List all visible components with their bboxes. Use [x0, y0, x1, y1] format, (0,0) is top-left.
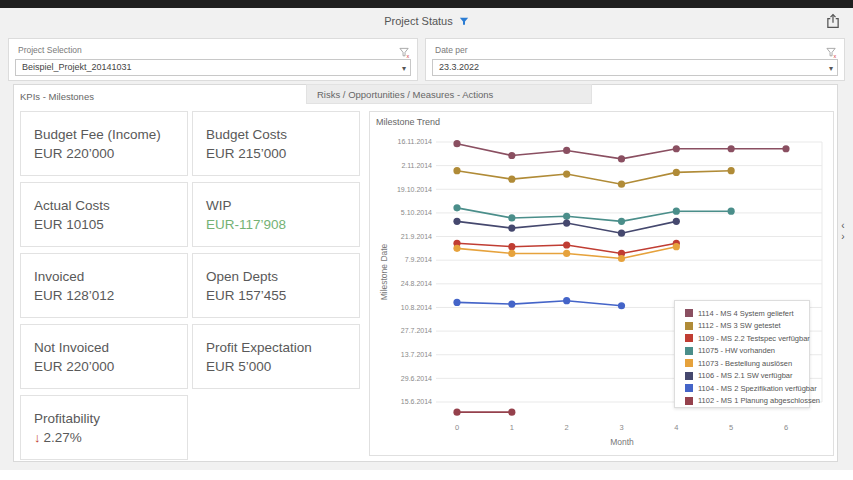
legend-label: 11075 - HW vorhanden: [698, 346, 775, 355]
page-title-row: Project Status: [0, 15, 853, 28]
data-point-11075-hw-vorhanden[interactable]: [508, 214, 515, 221]
y-tick-label: 13.7.2014: [401, 351, 432, 358]
filter-icon[interactable]: [459, 16, 469, 28]
data-point-11075-hw-vorhanden[interactable]: [618, 218, 625, 225]
data-point-1114-ms-4-system-geliefert[interactable]: [673, 145, 680, 152]
data-point-1112-ms-3-sw-getestet[interactable]: [673, 169, 680, 176]
kpi-tile-budget-costs: Budget CostsEUR 215’000: [192, 111, 360, 176]
data-point-1114-ms-4-system-geliefert[interactable]: [563, 147, 570, 154]
legend-item-1102-ms-1-planung-abgeschlossen[interactable]: 1102 - MS 1 Planung abgeschlossen: [685, 395, 809, 408]
data-point-1112-ms-3-sw-getestet[interactable]: [453, 167, 460, 174]
kpi-value: EUR 215’000: [206, 144, 355, 163]
kpi-tile-invoiced: InvoicedEUR 128’012: [20, 253, 188, 318]
kpi-value: EUR 5’000: [206, 357, 355, 376]
kpi-label: WIP: [206, 196, 355, 215]
kpi-label: Budget Fee (Income): [34, 125, 183, 144]
data-point-11073-bestellung-ausl-sen[interactable]: [563, 250, 570, 257]
data-point-1114-ms-4-system-geliefert[interactable]: [508, 152, 515, 159]
date-per-dropdown[interactable]: 23.3.2022 ▾: [432, 59, 838, 76]
data-point-1114-ms-4-system-geliefert[interactable]: [453, 140, 460, 147]
kpi-label: Not Invoiced: [34, 338, 183, 357]
kpi-value: EUR-117’908: [206, 215, 355, 234]
data-point-11075-hw-vorhanden[interactable]: [728, 208, 735, 215]
legend-color-chip: [685, 334, 693, 342]
project-selection-value: Beispiel_Projekt_20141031: [22, 62, 132, 72]
project-selection-dropdown[interactable]: Beispiel_Projekt_20141031 ▾: [15, 59, 411, 76]
kpi-label: Budget Costs: [206, 125, 355, 144]
y-tick-label: 16.11.2014: [397, 138, 432, 145]
legend-item-1106-ms-2-1-sw-verf-gbar[interactable]: 1106 - MS 2.1 SW verfügbar: [685, 370, 809, 383]
chevron-left-icon[interactable]: ‹: [836, 220, 850, 231]
data-point-1106-ms-2-1-sw-verf-gbar[interactable]: [673, 218, 680, 225]
legend-item-1112-ms-3-sw-getestet[interactable]: 1112 - MS 3 SW getestet: [685, 320, 809, 333]
legend-color-chip: [685, 384, 693, 392]
data-point-11075-hw-vorhanden[interactable]: [673, 208, 680, 215]
y-axis-title: Milestone Date: [379, 243, 389, 300]
tab-risks-opportunities[interactable]: Risks / Opportunities / Measures - Actio…: [306, 84, 592, 104]
data-point-1106-ms-2-1-sw-verf-gbar[interactable]: [618, 230, 625, 237]
kpi-label: Actual Costs: [34, 196, 183, 215]
data-point-1109-ms-2-2-testspec-verf-gbar[interactable]: [508, 243, 515, 250]
kpi-tile-profit-expectation: Profit ExpectationEUR 5’000: [192, 324, 360, 389]
data-point-1104-ms-2-spezifikation-verf-gbar[interactable]: [453, 299, 460, 306]
data-point-1114-ms-4-system-geliefert[interactable]: [782, 145, 789, 152]
data-point-1102-ms-1-planung-abgeschlossen[interactable]: [508, 409, 515, 416]
data-point-1104-ms-2-spezifikation-verf-gbar[interactable]: [618, 302, 625, 309]
kpi-value: EUR 220’000: [34, 144, 183, 163]
data-point-1112-ms-3-sw-getestet[interactable]: [728, 167, 735, 174]
series-line-1104-ms-2-spezifikation-verf-gbar: [457, 301, 621, 306]
milestone-trend-card: Milestone Trend 16.11.20142.11.201419.10…: [369, 111, 834, 456]
data-point-1112-ms-3-sw-getestet[interactable]: [508, 176, 515, 183]
legend-item-1114-ms-4-system-geliefert[interactable]: 1114 - MS 4 System geliefert: [685, 307, 809, 320]
data-point-11073-bestellung-ausl-sen[interactable]: [673, 243, 680, 250]
dashboard: Project Status Project Selection x Beisp…: [0, 0, 853, 480]
y-tick-label: 24.8.2014: [401, 280, 432, 287]
data-point-1104-ms-2-spezifikation-verf-gbar[interactable]: [508, 300, 515, 307]
date-per-card: Date per x 23.3.2022 ▾: [425, 38, 845, 81]
kpi-value: ↓2.27%: [34, 428, 183, 447]
y-tick-label: 29.6.2014: [401, 375, 432, 382]
x-tick-label: 1: [510, 423, 514, 432]
x-tick-label: 6: [784, 423, 788, 432]
data-point-1104-ms-2-spezifikation-verf-gbar[interactable]: [563, 297, 570, 304]
data-point-11073-bestellung-ausl-sen[interactable]: [508, 250, 515, 257]
project-selection-card: Project Selection x Beispiel_Projekt_201…: [8, 38, 418, 81]
data-point-1102-ms-1-planung-abgeschlossen[interactable]: [453, 409, 460, 416]
window-top-bar: [0, 0, 853, 8]
chevron-right-icon[interactable]: ›: [836, 231, 850, 242]
data-point-1106-ms-2-1-sw-verf-gbar[interactable]: [453, 218, 460, 225]
data-point-11073-bestellung-ausl-sen[interactable]: [618, 255, 625, 262]
share-icon[interactable]: [825, 13, 841, 29]
kpi-value: EUR 128’012: [34, 286, 183, 305]
y-tick-label: 19.10.2014: [397, 186, 432, 193]
kpi-label: Invoiced: [34, 267, 183, 286]
legend-color-chip: [685, 397, 693, 405]
data-point-11073-bestellung-ausl-sen[interactable]: [453, 245, 460, 252]
legend-item-11073-bestellung-ausl-sen[interactable]: 11073 - Bestellung auslösen: [685, 357, 809, 370]
data-point-11075-hw-vorhanden[interactable]: [453, 204, 460, 211]
data-point-1114-ms-4-system-geliefert[interactable]: [618, 155, 625, 162]
data-point-11075-hw-vorhanden[interactable]: [563, 213, 570, 220]
x-tick-label: 3: [619, 423, 623, 432]
data-point-1112-ms-3-sw-getestet[interactable]: [563, 170, 570, 177]
x-axis-title: Month: [610, 437, 634, 447]
legend-item-11075-hw-vorhanden[interactable]: 11075 - HW vorhanden: [685, 345, 809, 358]
legend-item-1109-ms-2-2-testspec-verf-gbar[interactable]: 1109 - MS 2.2 Testspec verfügbar: [685, 332, 809, 345]
y-tick-label: 21.9.2014: [401, 233, 432, 240]
date-per-value: 23.3.2022: [439, 62, 479, 72]
data-point-1109-ms-2-2-testspec-verf-gbar[interactable]: [563, 241, 570, 248]
data-point-1114-ms-4-system-geliefert[interactable]: [728, 145, 735, 152]
panel-expander[interactable]: ‹ ›: [836, 220, 850, 254]
kpi-label: Profit Expectation: [206, 338, 355, 357]
data-point-1106-ms-2-1-sw-verf-gbar[interactable]: [563, 219, 570, 226]
legend-item-1104-ms-2-spezifikation-verf-gbar[interactable]: 1104 - MS 2 Spezifikation verfügbar: [685, 382, 809, 395]
tab-kpis-milestones[interactable]: KPIs - Milestones: [20, 91, 94, 102]
kpi-value: EUR 10105: [34, 215, 183, 234]
data-point-1112-ms-3-sw-getestet[interactable]: [618, 181, 625, 188]
y-tick-label: 7.9.2014: [405, 256, 432, 263]
legend-label: 1102 - MS 1 Planung abgeschlossen: [698, 396, 820, 405]
filter-label: Date per: [435, 45, 468, 55]
y-tick-label: 10.8.2014: [401, 304, 432, 311]
main-panel: KPIs - Milestones Risks / Opportunities …: [13, 84, 838, 462]
data-point-1106-ms-2-1-sw-verf-gbar[interactable]: [508, 225, 515, 232]
